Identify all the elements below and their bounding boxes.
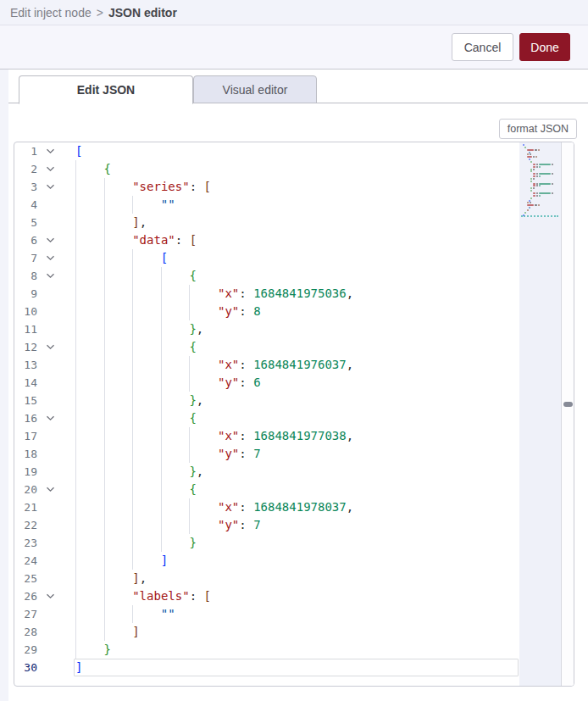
token-pun: : [175, 233, 190, 247]
indent-guide [132, 356, 133, 374]
editor-scrollbar[interactable] [561, 142, 574, 686]
line-number[interactable]: 25 [14, 570, 37, 587]
line-number[interactable]: 2 [14, 160, 37, 178]
fold-chevron-icon[interactable] [42, 338, 58, 356]
line-number[interactable]: 4 [14, 196, 37, 214]
indent-guide [104, 481, 105, 498]
line-number[interactable]: 30 [14, 659, 37, 676]
fold-chevron-icon[interactable] [42, 142, 58, 160]
gutter-row: 27 [14, 605, 53, 623]
done-button[interactable]: Done [519, 33, 570, 61]
minimap-mark [527, 149, 535, 151]
line-number[interactable]: 20 [14, 481, 37, 498]
line-number[interactable]: 6 [14, 231, 37, 249]
token-b1: } [189, 536, 196, 549]
indent-guide [75, 463, 76, 481]
line-number[interactable]: 22 [14, 516, 37, 534]
token-b1: { [189, 340, 196, 353]
line-number[interactable]: 7 [14, 249, 37, 267]
code-line-text: [ [75, 142, 82, 160]
indent-guide [132, 534, 133, 552]
gutter-row: 2 [14, 160, 53, 178]
cancel-button[interactable]: Cancel [452, 33, 513, 61]
line-number[interactable]: 24 [14, 552, 37, 570]
indent-guide [75, 178, 76, 196]
minimap-mark [539, 164, 551, 165]
minimap-mark [533, 183, 535, 185]
tab-edit-json[interactable]: Edit JSON [19, 75, 193, 104]
line-number[interactable]: 3 [14, 178, 37, 196]
indent-guide [104, 285, 105, 303]
fold-chevron-icon[interactable] [42, 409, 58, 427]
indent-guide [104, 320, 105, 338]
line-number[interactable]: 5 [14, 214, 37, 231]
fold-chevron-icon[interactable] [42, 160, 58, 178]
minimap-mark [527, 204, 535, 206]
gutter-row: 19 [14, 463, 53, 481]
indent-guide [161, 356, 162, 374]
fold-chevron-icon[interactable] [42, 178, 58, 196]
indent-guide [75, 214, 76, 231]
line-number[interactable]: 26 [14, 587, 37, 605]
indent-guide [104, 445, 105, 463]
minimap-mark [523, 144, 524, 146]
code-line-text: ], [132, 570, 147, 587]
minimap-mark [530, 153, 531, 155]
line-number[interactable]: 15 [14, 392, 37, 409]
editor-minimap[interactable] [519, 142, 561, 686]
line-number[interactable]: 18 [14, 445, 37, 463]
line-number[interactable]: 1 [14, 142, 37, 160]
line-number[interactable]: 14 [14, 374, 37, 392]
line-number[interactable]: 8 [14, 267, 37, 285]
code-line-text: } [189, 534, 196, 552]
minimap-mark [530, 170, 532, 172]
line-number[interactable]: 28 [14, 623, 37, 641]
indent-guide [104, 303, 105, 320]
line-number[interactable]: 12 [14, 338, 37, 356]
gutter-row: 18 [14, 445, 53, 463]
token-pun: , [347, 500, 353, 514]
token-pun: : [239, 358, 253, 371]
indent-guide [75, 641, 76, 659]
editor-panel: Edit JSON Visual editor format JSON 1234… [8, 70, 588, 701]
indent-guide [75, 498, 76, 516]
line-number[interactable]: 11 [14, 320, 37, 338]
minimap-mark [536, 185, 538, 186]
line-number[interactable]: 23 [14, 534, 37, 552]
line-number[interactable]: 13 [14, 356, 37, 374]
gutter-row: 9 [14, 285, 53, 303]
gutter-row: 14 [14, 374, 53, 392]
indent-guide [75, 338, 76, 356]
gutter-row: 29 [14, 641, 53, 659]
line-number[interactable]: 27 [14, 605, 37, 623]
indent-guide [132, 196, 133, 214]
line-number[interactable]: 17 [14, 427, 37, 445]
gutter-row: 30 [14, 659, 53, 676]
fold-chevron-icon[interactable] [42, 481, 58, 498]
line-number[interactable]: 29 [14, 641, 37, 659]
line-number[interactable]: 19 [14, 463, 37, 481]
token-b2: [ [190, 233, 197, 247]
fold-chevron-icon[interactable] [42, 231, 58, 249]
line-number[interactable]: 16 [14, 409, 37, 427]
tab-visual-editor[interactable]: Visual editor [193, 75, 317, 103]
format-json-button[interactable]: format JSON [499, 119, 577, 139]
fold-chevron-icon[interactable] [42, 587, 58, 605]
token-b2: ] [132, 625, 139, 638]
gutter-row: 8 [14, 267, 53, 285]
gutter-row: 21 [14, 498, 53, 516]
line-number[interactable]: 21 [14, 498, 37, 516]
fold-chevron-icon[interactable] [42, 249, 58, 267]
line-number[interactable]: 10 [14, 303, 37, 320]
indent-guide [104, 356, 105, 374]
minimap-mark [530, 161, 532, 163]
minimap-mark [533, 195, 535, 197]
minimap-mark [533, 164, 535, 165]
line-number[interactable]: 9 [14, 285, 37, 303]
token-b2: [ [203, 180, 210, 193]
fold-chevron-icon[interactable] [42, 267, 58, 285]
code-editor[interactable]: 1234567891011121314151617181920212223242… [14, 142, 574, 687]
indent-guide [161, 481, 162, 498]
minimap-mark [539, 175, 541, 177]
scrollbar-thumb[interactable] [563, 402, 573, 407]
